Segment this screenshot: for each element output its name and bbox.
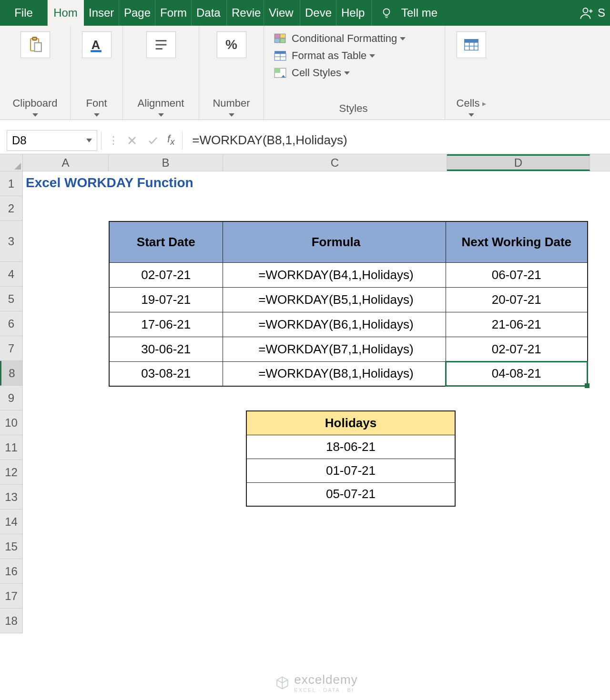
align-icon <box>153 37 169 53</box>
row-header[interactable]: 9 <box>0 386 23 410</box>
cell-start-date[interactable]: 02-07-21 <box>109 262 223 287</box>
cells-area[interactable]: Excel WORKDAY Function Start Date Formul… <box>23 171 610 633</box>
tab-home[interactable]: Hom <box>48 0 84 26</box>
chevron-down-icon[interactable] <box>94 113 100 117</box>
font-button[interactable]: A <box>82 31 112 58</box>
fx-icon[interactable]: fx <box>163 133 178 147</box>
formula-input[interactable] <box>186 130 610 151</box>
tab-review[interactable]: Revie <box>227 0 264 26</box>
table-row[interactable]: 19-07-21 =WORKDAY(B5,1,Holidays) 20-07-2… <box>109 287 588 312</box>
check-icon <box>147 135 159 146</box>
paste-button[interactable] <box>20 31 50 58</box>
row-header[interactable]: 14 <box>0 510 23 534</box>
svg-rect-10 <box>274 34 280 38</box>
cell-formula[interactable]: =WORKDAY(B7,1,Holidays) <box>223 337 446 361</box>
holiday-cell[interactable]: 01-07-21 <box>246 459 455 482</box>
row-header[interactable]: 18 <box>0 609 23 633</box>
svg-rect-6 <box>91 50 102 52</box>
svg-rect-11 <box>280 34 285 38</box>
row-header[interactable]: 16 <box>0 559 23 584</box>
table-row[interactable]: 17-06-21 =WORKDAY(B6,1,Holidays) 21-06-2… <box>109 312 588 337</box>
cell-result[interactable]: 21-06-21 <box>446 312 588 337</box>
number-format-button[interactable]: % <box>217 31 246 58</box>
alignment-group-label: Alignment <box>138 97 184 111</box>
cell-formula[interactable]: =WORKDAY(B6,1,Holidays) <box>223 312 446 337</box>
conditional-formatting-icon <box>274 33 287 44</box>
cell-start-date[interactable]: 30-06-21 <box>109 337 223 361</box>
row-header[interactable]: 3 <box>0 221 23 262</box>
tab-developer[interactable]: Deve <box>300 0 336 26</box>
cell-formula[interactable]: =WORKDAY(B4,1,Holidays) <box>223 262 446 287</box>
column-header-b[interactable]: B <box>109 154 223 171</box>
table-row[interactable]: 03-08-21 =WORKDAY(B8,1,Holidays) 04-08-2… <box>109 361 588 386</box>
cell-styles-button[interactable]: Cell Styles <box>274 67 350 79</box>
ribbon-group-number: % Number <box>199 26 264 120</box>
tab-insert[interactable]: Inser <box>84 0 119 26</box>
column-header-c[interactable]: C <box>223 154 447 171</box>
chevron-down-icon[interactable] <box>32 113 38 117</box>
row-header[interactable]: 5 <box>0 287 23 311</box>
row-header[interactable]: 7 <box>0 336 23 361</box>
svg-rect-14 <box>274 51 286 53</box>
alignment-button[interactable] <box>146 31 176 58</box>
row-header[interactable]: 1 <box>0 171 23 196</box>
tell-me-search[interactable]: Tell me <box>372 0 442 26</box>
cell-selected[interactable]: 04-08-21 <box>446 361 588 386</box>
holiday-cell[interactable]: 18-06-21 <box>246 435 455 459</box>
enter-formula-button[interactable] <box>142 130 163 151</box>
column-headers: A B C D <box>0 154 610 171</box>
spreadsheet-grid: A B C D 1 2 3 4 5 6 7 8 9 10 11 12 13 14… <box>0 154 610 633</box>
cell-result[interactable]: 02-07-21 <box>446 337 588 361</box>
column-header-a[interactable]: A <box>23 154 109 171</box>
svg-rect-3 <box>32 37 37 40</box>
header-start-date: Start Date <box>109 221 223 262</box>
cell-styles-label: Cell Styles <box>292 67 341 79</box>
format-as-table-button[interactable]: Format as Table <box>274 50 375 62</box>
watermark-subtext: EXCEL · DATA · BI <box>294 687 357 693</box>
cells-button[interactable] <box>457 31 486 58</box>
table-row[interactable]: 30-06-21 =WORKDAY(B7,1,Holidays) 02-07-2… <box>109 337 588 361</box>
row-header[interactable]: 10 <box>0 410 23 435</box>
vertical-ellipsis-icon: ⋮ <box>105 134 122 147</box>
cell-result[interactable]: 20-07-21 <box>446 287 588 312</box>
chevron-down-icon[interactable] <box>158 113 164 117</box>
cell-start-date[interactable]: 17-06-21 <box>109 312 223 337</box>
cell-result[interactable]: 06-07-21 <box>446 262 588 287</box>
format-table-label: Format as Table <box>292 50 366 62</box>
cell-start-date[interactable]: 19-07-21 <box>109 287 223 312</box>
row-header[interactable]: 13 <box>0 485 23 510</box>
column-header-d[interactable]: D <box>447 154 590 171</box>
row-header[interactable]: 17 <box>0 584 23 609</box>
tab-formulas[interactable]: Form <box>155 0 192 26</box>
tab-data[interactable]: Data <box>192 0 227 26</box>
select-all-corner[interactable] <box>0 154 23 171</box>
cell-formula[interactable]: =WORKDAY(B5,1,Holidays) <box>223 287 446 312</box>
row-header[interactable]: 6 <box>0 311 23 336</box>
holiday-cell[interactable]: 05-07-21 <box>246 482 455 506</box>
tab-help[interactable]: Help <box>336 0 372 26</box>
chevron-down-icon[interactable] <box>468 113 474 117</box>
row-header-selected[interactable]: 8 <box>0 361 23 386</box>
table-row[interactable]: 02-07-21 =WORKDAY(B4,1,Holidays) 06-07-2… <box>109 262 588 287</box>
row-header[interactable]: 2 <box>0 196 23 221</box>
chevron-down-icon <box>344 71 350 75</box>
conditional-formatting-label: Conditional Formatting <box>292 32 397 45</box>
cancel-formula-button[interactable] <box>122 130 142 151</box>
cell-formula[interactable]: =WORKDAY(B8,1,Holidays) <box>223 361 446 386</box>
name-box[interactable]: D8 <box>7 130 97 151</box>
tab-view[interactable]: View <box>264 0 300 26</box>
cell-start-date[interactable]: 03-08-21 <box>109 361 223 386</box>
row-header[interactable]: 4 <box>0 262 23 287</box>
share-button[interactable]: S <box>575 0 610 26</box>
tab-file[interactable]: File <box>0 0 48 26</box>
row-header[interactable]: 15 <box>0 534 23 559</box>
svg-rect-19 <box>274 68 280 73</box>
tab-page-layout[interactable]: Page <box>119 0 155 26</box>
conditional-formatting-button[interactable]: Conditional Formatting <box>274 32 406 45</box>
row-header[interactable]: 11 <box>0 435 23 460</box>
lightbulb-icon <box>380 7 393 19</box>
row-header[interactable]: 12 <box>0 460 23 485</box>
ribbon-group-styles: Conditional Formatting Format as Table C… <box>264 26 445 120</box>
cells-icon <box>463 37 479 53</box>
chevron-down-icon[interactable] <box>229 113 234 117</box>
